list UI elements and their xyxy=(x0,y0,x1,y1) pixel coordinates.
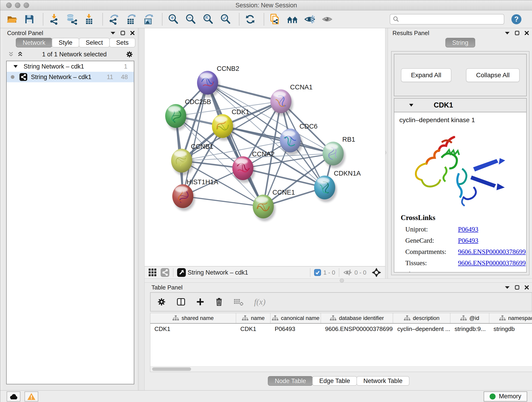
selected-checkbox-icon[interactable] xyxy=(314,269,321,276)
panel-menu-icon[interactable] xyxy=(505,286,510,289)
close-panel-icon[interactable] xyxy=(525,31,529,35)
table-cell[interactable]: CDK1 xyxy=(150,324,236,334)
table-cell[interactable]: 9606.ENSP00000378699 xyxy=(321,324,393,334)
panel-menu-icon[interactable] xyxy=(505,32,510,35)
save-session-icon[interactable] xyxy=(24,13,35,25)
tab-network[interactable]: Network xyxy=(16,38,52,47)
node-section-body: cyclin–dependent kinase 1 xyxy=(394,112,526,272)
network-badge-gray-icon[interactable] xyxy=(161,268,169,277)
export-table-icon[interactable] xyxy=(125,13,137,25)
splitter-handle[interactable] xyxy=(340,279,344,283)
network-view-panel: CCNB2CCNA1CDC25BCDK1CDC6RB1CCNB1CCNA2CDK… xyxy=(145,28,385,279)
column-header-namespace[interactable]: namespace xyxy=(489,313,532,323)
table-settings-gear-icon[interactable] xyxy=(157,297,166,306)
scrollbar-thumb[interactable] xyxy=(152,367,191,371)
delete-column-trash-icon[interactable] xyxy=(215,297,223,306)
network-node-CCNB1[interactable]: CCNB1 xyxy=(171,143,213,175)
current-network-name: String Network – cdk1 xyxy=(188,269,248,276)
float-panel-icon[interactable] xyxy=(515,31,519,35)
panel-menu-icon[interactable] xyxy=(110,32,115,35)
network-node-CDC6[interactable]: CDC6 xyxy=(280,123,317,155)
tab-select[interactable]: Select xyxy=(79,38,110,47)
grid-view-icon[interactable] xyxy=(148,268,157,277)
collapse-all-icon[interactable] xyxy=(8,51,14,57)
column-type-icon xyxy=(272,315,279,321)
tab-network-table[interactable]: Network Table xyxy=(356,376,409,386)
table-cell[interactable]: cyclin–dependent ... xyxy=(393,324,450,334)
network-collection-row[interactable]: String Network – cdk1 1 xyxy=(7,61,134,72)
column-header-description[interactable]: description xyxy=(393,313,450,323)
tab-string[interactable]: String xyxy=(445,38,475,47)
function-builder-icon: f(x) xyxy=(254,297,266,307)
zoom-selected-icon[interactable] xyxy=(220,13,231,25)
refresh-icon[interactable] xyxy=(244,13,256,25)
crosslink-link[interactable]: 9606.ENSP00000378699 xyxy=(458,259,526,267)
tab-style[interactable]: Style xyxy=(52,38,79,47)
import-network-file-icon[interactable] xyxy=(48,13,60,25)
open-session-icon[interactable] xyxy=(6,13,18,25)
expand-all-button[interactable]: Expand All xyxy=(401,68,451,82)
import-table-icon[interactable] xyxy=(83,13,95,25)
crosslink-label: Uniprot: xyxy=(405,225,458,233)
network-node-RB1[interactable]: RB1 xyxy=(323,136,355,168)
close-panel-icon[interactable] xyxy=(130,31,135,35)
column-header-id[interactable]: @id xyxy=(450,313,489,323)
tree-expand-icon[interactable] xyxy=(13,65,18,68)
hidden-eye-icon xyxy=(343,269,352,276)
tab-sets[interactable]: Sets xyxy=(109,38,135,47)
network-options-gear-icon[interactable] xyxy=(126,51,133,58)
column-header-database-identifier[interactable]: database identifier xyxy=(321,313,393,323)
crosslink-link[interactable]: P06493 xyxy=(458,237,526,244)
close-panel-icon[interactable] xyxy=(525,285,529,290)
export-image-icon[interactable] xyxy=(143,13,154,25)
warnings-button[interactable] xyxy=(25,391,38,402)
detach-view-icon[interactable] xyxy=(177,268,186,277)
table-cell[interactable]: P06493 xyxy=(271,324,321,334)
float-panel-icon[interactable] xyxy=(120,31,125,35)
tab-edge-table[interactable]: Edge Table xyxy=(312,376,357,386)
crosslink-link[interactable]: P06493 xyxy=(458,270,526,272)
crosslink-link[interactable]: 9606.ENSP00000378699 xyxy=(458,248,526,255)
network-node-HIST1H1A[interactable]: HIST1H1A xyxy=(172,178,218,211)
section-collapse-icon[interactable] xyxy=(409,104,413,107)
collapse-all-button[interactable]: Collapse All xyxy=(466,68,520,82)
left-splitter[interactable] xyxy=(139,28,145,390)
column-header-shared-name[interactable]: shared name xyxy=(150,313,236,323)
help-icon[interactable]: ? xyxy=(511,13,522,25)
column-header-name[interactable]: name xyxy=(236,313,271,323)
string-home-icon[interactable] xyxy=(287,13,298,25)
network-row-selected[interactable]: String Network – cdk1 11 48 xyxy=(7,72,134,82)
export-network-icon[interactable] xyxy=(108,13,119,25)
window-title: Session: New Session xyxy=(0,2,532,9)
search-input[interactable] xyxy=(399,16,501,23)
table-cell[interactable]: stringdb:9... xyxy=(450,324,489,334)
network-node-CCNE1[interactable]: CCNE1 xyxy=(253,189,295,221)
table-cell[interactable]: stringdb xyxy=(489,324,532,334)
zoom-out-icon[interactable] xyxy=(185,13,196,25)
table-horizontal-scrollbar[interactable] xyxy=(150,366,532,372)
import-network-database-icon[interactable] xyxy=(66,13,77,25)
tab-node-table[interactable]: Node Table xyxy=(268,376,313,386)
network-node-CDKN1A[interactable]: CDKN1A xyxy=(314,170,361,202)
expand-all-icon[interactable] xyxy=(17,51,23,57)
zoom-in-icon[interactable] xyxy=(167,13,179,25)
search-icon xyxy=(393,16,399,23)
column-header-canonical-name[interactable]: canonical name xyxy=(271,313,321,323)
show-all-eye-icon[interactable] xyxy=(322,13,333,25)
birdseye-navigator-icon[interactable] xyxy=(371,268,381,278)
hide-selected-eye-icon[interactable] xyxy=(304,13,316,25)
crosslink-link[interactable]: P06493 xyxy=(458,225,526,233)
memory-button[interactable]: Memory xyxy=(484,391,527,402)
node-section-header[interactable]: CDK1 xyxy=(394,99,526,112)
table-row[interactable]: CDK1CDK1P064939606.ENSP00000378699cyclin… xyxy=(150,324,532,334)
cloud-status-button[interactable] xyxy=(7,391,20,402)
zoom-fit-icon[interactable] xyxy=(202,13,214,25)
bottom-splitter[interactable] xyxy=(145,279,532,283)
table-cell[interactable]: CDK1 xyxy=(236,324,271,334)
network-canvas[interactable]: CCNB2CCNA1CDC25BCDK1CDC6RB1CCNB1CCNA2CDK… xyxy=(145,28,385,266)
table-panel: Table Panel xyxy=(145,283,532,390)
copy-network-icon[interactable] xyxy=(269,13,281,25)
float-panel-icon[interactable] xyxy=(515,285,519,290)
add-column-icon[interactable] xyxy=(196,298,205,306)
show-columns-icon[interactable] xyxy=(176,297,186,306)
